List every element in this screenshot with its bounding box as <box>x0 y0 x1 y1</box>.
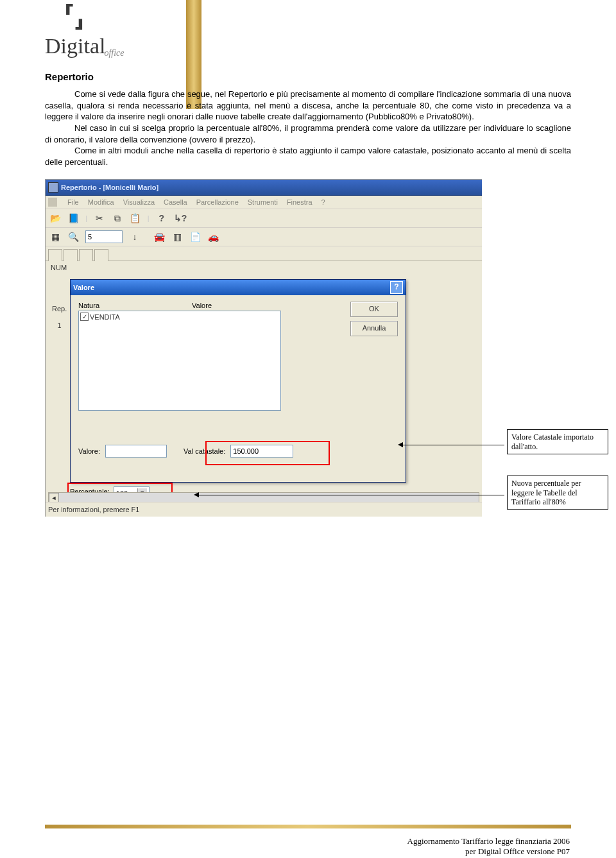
status-bar: Per informazioni, premere F1 <box>46 502 482 517</box>
ok-button[interactable]: OK <box>350 302 398 317</box>
col-num: NUM <box>51 264 84 271</box>
menu-parcellazione[interactable]: Parcellazione <box>196 198 239 206</box>
tab-3[interactable] <box>79 249 93 261</box>
menu-modifica[interactable]: Modifica <box>88 198 114 206</box>
app-icon <box>48 182 58 193</box>
grid-header: NUM <box>46 261 482 274</box>
valore-input[interactable] <box>105 445 167 458</box>
arrow-catastale <box>402 445 504 445</box>
footer-gold-bar <box>45 825 571 828</box>
tab-4[interactable] <box>94 249 108 261</box>
status-text: Per informazioni, premere F1 <box>48 506 139 513</box>
valore-header-label: Valore <box>192 302 212 309</box>
footer-line-1: Aggiornamento Tariffario legge finanziar… <box>407 836 570 846</box>
dialog-title-text: Valore <box>73 284 94 291</box>
car-red-icon[interactable]: 🚗 <box>207 231 219 243</box>
natura-label: Natura <box>78 302 99 309</box>
help-icon[interactable]: ? <box>156 212 167 224</box>
callout-catastale: Valore Catastale importato dall'atto. <box>507 429 608 454</box>
tab-strip <box>46 246 482 261</box>
copy-icon[interactable]: ⧉ <box>112 212 123 224</box>
callout-percentuale: Nuova percentuale per leggere le Tabelle… <box>507 476 608 510</box>
body-text: Come si vede dalla figura che segue, nel… <box>45 89 571 167</box>
menu-visualizza[interactable]: Visualizza <box>123 198 155 206</box>
rep-label: Rep. <box>52 305 67 313</box>
tab-2[interactable] <box>64 249 78 261</box>
cut-icon[interactable]: ✂ <box>94 212 105 224</box>
paragraph-1: Come si vede dalla figura che segue, nel… <box>45 89 571 123</box>
car-blue-icon[interactable]: 🚘 <box>153 231 165 243</box>
logo-subtext: office <box>104 48 124 58</box>
valore-label: Valore: <box>78 447 100 455</box>
open-icon[interactable]: 📂 <box>49 212 61 224</box>
paragraph-2: Nel caso in cui si scelga proprio la per… <box>45 123 571 145</box>
doc-icon[interactable]: 📄 <box>189 231 201 243</box>
tab-1[interactable] <box>48 249 62 261</box>
natura-list[interactable]: ✓ VENDITA <box>78 311 281 411</box>
natura-item-vendita[interactable]: ✓ VENDITA <box>80 313 279 321</box>
annulla-button[interactable]: Annulla <box>350 321 398 336</box>
menu-file[interactable]: File <box>67 198 79 206</box>
section-heading: Repertorio <box>45 71 571 82</box>
window-icon[interactable]: ▥ <box>171 231 183 243</box>
whats-this-icon[interactable]: ↳? <box>174 212 185 224</box>
arrow-percentuale <box>198 495 504 495</box>
toolbar-1: 📂 📘 | ✂ ⧉ 📋 | ? ↳? <box>46 209 482 228</box>
menu-casella[interactable]: Casella <box>164 198 187 206</box>
logo: ⸢⸥ Digitaloffice <box>45 6 571 58</box>
goto-input[interactable] <box>85 230 123 243</box>
down-icon[interactable]: ↓ <box>129 231 141 243</box>
valore-dialog: Valore ? Natura Valore ✓ VENDITA <box>70 279 406 483</box>
search-icon[interactable]: 🔍 <box>67 231 79 243</box>
app-screenshot: Repertorio - [Monicelli Mario] File Modi… <box>45 179 482 517</box>
val-catastale-label: Val catastale: <box>184 447 225 455</box>
book-icon[interactable]: 📘 <box>67 212 79 224</box>
dialog-titlebar: Valore ? <box>71 280 406 295</box>
menu-help[interactable]: ? <box>321 198 325 206</box>
footer: Aggiornamento Tariffario legge finanziar… <box>407 836 570 857</box>
table-icon[interactable]: ▦ <box>49 231 61 243</box>
app-titlebar: Repertorio - [Monicelli Mario] <box>46 180 482 196</box>
natura-item-label: VENDITA <box>90 313 120 321</box>
paragraph-3: Come in altri moduli anche nella casella… <box>45 145 571 167</box>
dialog-help-icon[interactable]: ? <box>390 281 403 294</box>
rep-value: 1 <box>52 322 67 329</box>
menu-strumenti[interactable]: Strumenti <box>248 198 278 206</box>
app-title: Repertorio - [Monicelli Mario] <box>61 184 158 191</box>
footer-line-2: per Digital Office versione P07 <box>407 846 570 857</box>
checkbox-icon[interactable]: ✓ <box>80 313 89 321</box>
toolbar-2: ▦ 🔍 ↓ 🚘 ▥ 📄 🚗 <box>46 228 482 246</box>
menu-finestra[interactable]: Finestra <box>287 198 312 206</box>
logo-text: Digital <box>45 34 105 58</box>
row-labels: Rep. 1 <box>52 305 67 329</box>
menubar[interactable]: File Modifica Visualizza Casella Parcell… <box>46 196 482 209</box>
menu-icon <box>48 198 57 207</box>
paste-icon[interactable]: 📋 <box>130 212 141 224</box>
val-catastale-input[interactable] <box>230 445 293 458</box>
